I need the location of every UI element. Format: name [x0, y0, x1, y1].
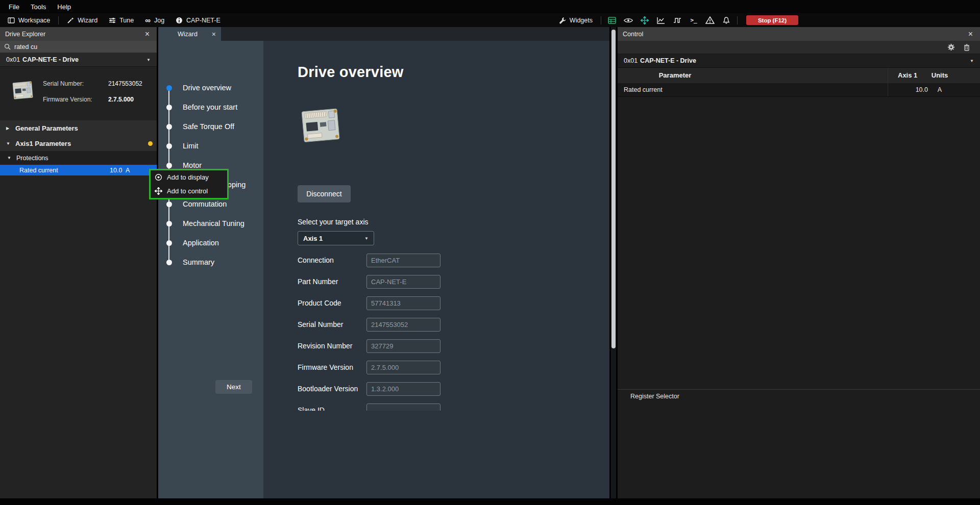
drive-fields: Connection Part Number Product Code Seri…: [298, 249, 609, 411]
field-connection-label: Connection: [298, 256, 366, 264]
device-address: 0x01: [6, 56, 20, 63]
tree-label: Protections: [16, 155, 48, 162]
control-row-rated-current[interactable]: Rated current 10.0 A: [618, 83, 980, 97]
add-display-target-icon: [154, 173, 162, 182]
control-table-header: Parameter Axis 1 Units: [618, 68, 980, 83]
content-scrollbar[interactable]: [611, 27, 616, 498]
menu-file[interactable]: File: [3, 3, 25, 11]
tab-wizard[interactable]: Wizard ×: [158, 27, 221, 41]
param-value: 10.0: [110, 167, 122, 174]
control-header: Control ×: [618, 27, 980, 41]
chevron-down-icon: ▼: [7, 156, 12, 160]
tune-label: Tune: [119, 17, 134, 24]
step-dot: [166, 85, 172, 91]
tree-axis1-parameters[interactable]: ▼ Axis1 Parameters: [0, 136, 157, 151]
drive-explorer-title: Drive Explorer: [5, 31, 45, 38]
explorer-device-selector[interactable]: 0x01 CAP-NET-E - Drive ▼: [0, 53, 157, 67]
step-application[interactable]: Application: [158, 233, 263, 252]
param-name: Rated current: [19, 167, 58, 174]
line-chart-icon[interactable]: [656, 16, 666, 25]
search-bar: [0, 41, 157, 53]
wrench-icon: [559, 17, 566, 24]
move-control-icon[interactable]: [640, 16, 649, 25]
eye-icon[interactable]: [624, 16, 633, 25]
workspace-button[interactable]: Workspace: [2, 13, 56, 27]
field-revision-number-input: [366, 339, 440, 353]
workspace-label: Workspace: [18, 17, 50, 24]
gear-icon[interactable]: [947, 43, 955, 51]
jog-button[interactable]: ∞ Jog: [139, 13, 170, 27]
field-part-number-input: [366, 275, 440, 289]
device-info-grid: Serial Number: 2147553052 Firmware Versi…: [43, 78, 142, 120]
square-wave-icon[interactable]: [673, 16, 682, 25]
step-limit[interactable]: Limit: [158, 136, 263, 156]
close-icon[interactable]: ×: [212, 30, 221, 38]
row-value[interactable]: 10.0: [883, 83, 928, 97]
target-axis-select[interactable]: Axis 1 ▼: [298, 231, 374, 245]
stop-button[interactable]: Stop (F12): [746, 15, 798, 25]
add-to-control-item[interactable]: Add to control: [151, 184, 227, 198]
scrollbar-thumb[interactable]: [611, 30, 616, 348]
add-to-display-item[interactable]: Add to display: [151, 170, 227, 184]
field-product-code-input: [366, 296, 440, 310]
step-label: Mechanical Tuning: [183, 219, 244, 228]
bottom-bar: [0, 498, 980, 505]
wizard-workspace: Wizard × Drive overview Before your star…: [158, 27, 609, 498]
device-address: 0x01: [624, 57, 638, 64]
step-mechanical-tuning[interactable]: Mechanical Tuning: [158, 214, 263, 233]
param-units: A: [126, 167, 130, 174]
device-info-button[interactable]: CAP-NET-E: [170, 13, 226, 27]
context-item-label: Add to display: [167, 173, 209, 181]
register-selector-section[interactable]: Register Selector: [618, 389, 980, 403]
step-before-your-start[interactable]: Before your start: [158, 97, 263, 117]
device-name: CAP-NET-E - Drive: [22, 56, 79, 63]
search-icon: [4, 43, 11, 50]
close-icon[interactable]: ×: [968, 30, 975, 38]
row-parameter: Rated current: [624, 83, 663, 97]
drive-explorer-header: Drive Explorer ×: [0, 27, 157, 41]
widgets-label: Widgets: [570, 17, 593, 24]
disconnect-button[interactable]: Disconnect: [298, 185, 351, 203]
trash-icon[interactable]: [964, 44, 970, 51]
header-parameter: Parameter: [618, 68, 732, 83]
close-icon[interactable]: ×: [145, 30, 152, 38]
step-label: Application: [183, 239, 219, 247]
wizard-stepper: Drive overview Before your start Safe To…: [158, 41, 263, 498]
field-bootloader-version-label: Bootloader Version: [298, 385, 366, 393]
menu-tools[interactable]: Tools: [25, 3, 52, 11]
warning-icon[interactable]: [705, 16, 715, 25]
toolbar-right: Widgets >_ Stop (F12): [553, 13, 798, 27]
header-axis1: Axis 1: [898, 68, 917, 83]
step-label: Drive overview: [183, 84, 231, 92]
step-dot: [166, 201, 172, 207]
step-drive-overview[interactable]: Drive overview: [158, 78, 263, 97]
widgets-button[interactable]: Widgets: [553, 13, 598, 27]
menu-help[interactable]: Help: [52, 3, 77, 11]
tree-param-rated-current[interactable]: Rated current 10.0 A: [0, 165, 157, 175]
terminal-icon[interactable]: >_: [689, 16, 698, 25]
step-dot: [166, 260, 172, 265]
step-dot: [166, 221, 172, 226]
field-connection-input: [366, 254, 440, 267]
context-item-label: Add to control: [167, 187, 208, 195]
step-safe-torque-off[interactable]: Safe Torque Off: [158, 117, 263, 136]
tree-protections[interactable]: ▼ Protections: [0, 151, 157, 165]
control-device-selector[interactable]: 0x01 CAP-NET-E - Drive ▼: [618, 54, 980, 68]
next-button[interactable]: Next: [215, 380, 252, 394]
serial-number-value: 2147553052: [108, 80, 142, 87]
control-toolbar: [618, 41, 980, 54]
wizard-button[interactable]: Wizard: [61, 13, 103, 27]
chevron-down-icon: ▼: [146, 58, 151, 62]
notifications-bell-icon[interactable]: [722, 16, 731, 25]
search-input[interactable]: [14, 43, 153, 50]
app-window: File Tools Help Workspace Wizard Tune ∞ …: [0, 0, 980, 505]
tree-general-parameters[interactable]: ▶ General Parameters: [0, 120, 157, 136]
tune-button[interactable]: Tune: [103, 13, 139, 27]
step-dot: [166, 240, 172, 246]
wizard-wand-icon: [67, 17, 74, 24]
field-slave-id-input: [366, 403, 440, 411]
step-label: Safe Torque Off: [183, 122, 234, 131]
step-dot: [166, 124, 172, 130]
step-summary[interactable]: Summary: [158, 252, 263, 272]
table-view-icon[interactable]: [607, 16, 617, 25]
